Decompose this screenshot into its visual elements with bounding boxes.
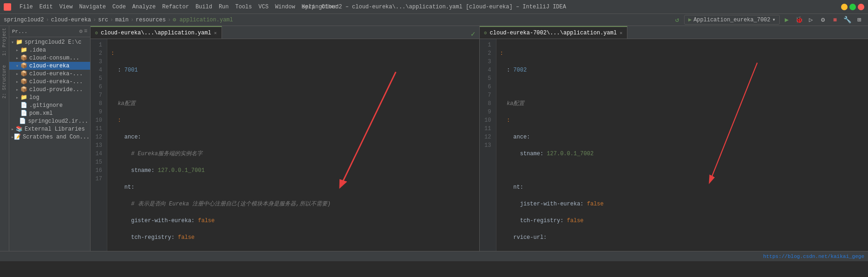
title-bar: File Edit View Navigate Code Analyze Ref… xyxy=(0,0,868,14)
breadcrumb-src[interactable]: src xyxy=(98,17,108,23)
breadcrumb-yaml[interactable]: ⚙ application.yaml xyxy=(173,16,233,23)
left-tab-close[interactable]: ✕ xyxy=(214,30,217,36)
tree-item-cloud-consum[interactable]: ▸ 📦 cloud-consum... xyxy=(9,54,90,62)
menu-analyze[interactable]: Analyze xyxy=(130,3,158,11)
menu-bar[interactable]: File Edit View Navigate Code Analyze Ref… xyxy=(17,3,341,11)
debug-button[interactable]: 🐞 xyxy=(794,15,804,25)
editor-area: ⚙ cloud-eureka\...\application.yaml ✕ ✓ … xyxy=(91,26,868,251)
panel-header-icons: ⚙ ≡ xyxy=(79,28,87,35)
tree-item-cloud-provide[interactable]: ▸ 📦 cloud-provide... xyxy=(9,86,90,93)
breadcrumb-resources[interactable]: resources xyxy=(136,17,166,23)
run-config-label: Application_eureka_7002 xyxy=(693,17,770,23)
left-tab-label: cloud-eureka\...\application.yaml xyxy=(101,30,211,36)
editors-split: ⚙ cloud-eureka\...\application.yaml ✕ ✓ … xyxy=(91,26,868,251)
right-code-area[interactable]: 12345 678910 111213 : : 7002 ka配置 : ance… xyxy=(480,39,868,251)
menu-view[interactable]: View xyxy=(57,3,76,11)
tools-icon[interactable]: 🔧 xyxy=(842,15,852,25)
dropdown-icon[interactable]: ▾ xyxy=(772,16,776,23)
run-button[interactable]: ▶ xyxy=(782,15,792,25)
tree-item-log[interactable]: ▸ 📁 log xyxy=(9,93,90,101)
window-controls xyxy=(841,4,864,10)
menu-code[interactable]: Code xyxy=(110,3,129,11)
tree-item-cloud-eureka-3[interactable]: ▸ 📦 cloud-eureka-... xyxy=(9,78,90,86)
sync-icon[interactable]: ↺ xyxy=(672,15,682,25)
tree-item-idea[interactable]: ▸ 📁 .idea xyxy=(9,46,90,54)
breadcrumb-cloud-eureka[interactable]: cloud-eureka xyxy=(51,17,91,23)
breadcrumb-springcloud2[interactable]: springcloud2 xyxy=(4,17,44,23)
tree-item-external-libs[interactable]: ▸ 📚 External Libraries xyxy=(9,125,90,133)
tree-item-gitignore[interactable]: 📄 .gitignore xyxy=(9,101,90,109)
project-panel-title: Pr... xyxy=(12,29,27,34)
tree-item-cloud-eureka[interactable]: ▾ 📦 cloud-eureka xyxy=(9,62,90,70)
app-icon xyxy=(4,3,11,11)
stop-button[interactable]: ■ xyxy=(830,15,840,25)
breadcrumb: springcloud2 › cloud-eureka › src › main… xyxy=(0,14,868,26)
top-right-toolbar: ↺ ▶ Application_eureka_7002 ▾ ▶ 🐞 ▷ ⚙ ■ … xyxy=(672,15,864,25)
tree-item-springcloud2[interactable]: ▾ 📁 springcloud2 E:\c xyxy=(9,38,90,46)
right-tab-close[interactable]: ✕ xyxy=(620,30,622,36)
maximize-button[interactable] xyxy=(849,4,856,10)
project-panel-header: Pr... ⚙ ≡ xyxy=(9,26,90,37)
menu-file[interactable]: File xyxy=(17,3,36,11)
right-line-numbers: 12345 678910 111213 xyxy=(480,39,496,251)
right-pane-tabs: ⚙ cloud-eureka-7002\...\application.yaml… xyxy=(480,26,868,39)
tree-item-cloud-eureka-2[interactable]: ▸ 📦 cloud-eureka-... xyxy=(9,70,90,78)
side-panel-labels: 1: Project 2: Structure xyxy=(0,26,9,251)
close-button[interactable] xyxy=(858,4,864,10)
right-editor-pane: ⚙ cloud-eureka-7002\...\application.yaml… xyxy=(479,26,868,251)
tree-item-iml[interactable]: 📄 springcloud2.ir... xyxy=(9,117,90,125)
project-tree: ▾ 📁 springcloud2 E:\c ▸ 📁 .idea ▸ 📦 clou… xyxy=(9,37,90,251)
menu-window[interactable]: Window xyxy=(272,3,298,11)
window-title: springcloud2 – cloud-eureka\...\applicat… xyxy=(302,4,566,10)
tree-item-scratches[interactable]: ▸ 📝 Scratches and Con... xyxy=(9,133,90,141)
right-code-content[interactable]: : : 7002 ka配置 : ance: stname: 127.0.0.1_… xyxy=(496,39,868,251)
menu-build[interactable]: Build xyxy=(193,3,215,11)
left-pane-tabs: ⚙ cloud-eureka\...\application.yaml ✕ ✓ xyxy=(91,26,479,39)
left-code-content[interactable]: : : 7001 ka配置 : ance: # Eureka服务端的实例名字 s… xyxy=(107,39,479,251)
menu-refactor[interactable]: Refactor xyxy=(159,3,192,11)
left-code-area[interactable]: 12345 678910 1112131415 1617 : : 7001 ka… xyxy=(91,39,479,251)
main-area: 1: Project 2: Structure Pr... ⚙ ≡ ▾ 📁 sp… xyxy=(0,26,868,251)
left-line-numbers: 12345 678910 1112131415 1617 xyxy=(91,39,107,251)
tree-item-pom[interactable]: 📄 pom.xml xyxy=(9,109,90,117)
menu-run[interactable]: Run xyxy=(216,3,232,11)
panel-icon-gear[interactable]: ⚙ xyxy=(79,28,83,35)
run-config-selector[interactable]: ▶ Application_eureka_7002 ▾ xyxy=(684,15,780,25)
menu-vcs[interactable]: VCS xyxy=(256,3,272,11)
menu-navigate[interactable]: Navigate xyxy=(76,3,109,11)
minimize-button[interactable] xyxy=(841,4,848,10)
project-panel: Pr... ⚙ ≡ ▾ 📁 springcloud2 E:\c ▸ 📁 .ide… xyxy=(9,26,91,251)
left-editor-pane: ⚙ cloud-eureka\...\application.yaml ✕ ✓ … xyxy=(91,26,479,251)
expand-icon[interactable]: ⊞ xyxy=(854,15,864,25)
menu-bar-container: File Edit View Navigate Code Analyze Ref… xyxy=(4,3,341,11)
menu-edit[interactable]: Edit xyxy=(37,3,56,11)
menu-tools[interactable]: Tools xyxy=(233,3,255,11)
right-tab-label: cloud-eureka-7002\...\application.yaml xyxy=(490,30,617,36)
structure-panel-label[interactable]: 2: Structure xyxy=(2,65,7,99)
coverage-button[interactable]: ▷ xyxy=(806,15,816,25)
breadcrumb-main[interactable]: main xyxy=(115,17,129,23)
project-panel-label[interactable]: 1: Project xyxy=(2,28,7,56)
status-bar: https://blog.csdn.net/kaikai_gege xyxy=(0,251,868,261)
settings-icon[interactable]: ⚙ xyxy=(818,15,828,25)
left-tab-yaml[interactable]: ⚙ cloud-eureka\...\application.yaml ✕ xyxy=(91,26,222,39)
checkmark-icon: ✓ xyxy=(471,29,476,39)
panel-icon-settings2[interactable]: ≡ xyxy=(84,28,87,35)
blog-url[interactable]: https://blog.csdn.net/kaikai_gege xyxy=(763,254,864,259)
right-tab-yaml[interactable]: ⚙ cloud-eureka-7002\...\application.yaml… xyxy=(480,26,628,39)
